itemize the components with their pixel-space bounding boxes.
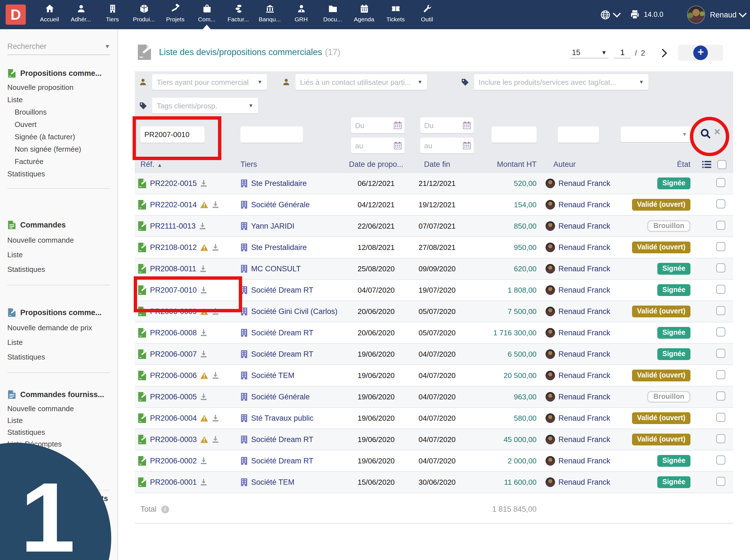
chevron-down-icon[interactable] [739, 9, 747, 17]
current-page-input[interactable] [614, 47, 631, 58]
proposal-ref-link[interactable]: PR2007-0010 [150, 286, 197, 294]
proposal-ref-link[interactable]: PR2111-0013 [150, 222, 196, 230]
sidebar-item-statistiques[interactable]: Statistiques [7, 350, 110, 364]
sidebar-item-facturee[interactable]: Facturée [7, 156, 110, 168]
sidebar-section-propositions-comme-3[interactable]: Propositions comme... [7, 308, 110, 317]
header-ref[interactable]: Réf.▲ [135, 160, 239, 168]
download-icon[interactable] [212, 372, 219, 379]
nav-item-accueil[interactable]: Accueil [34, 0, 65, 29]
proposal-ref-link[interactable]: PR2006-0009 [150, 307, 197, 316]
row-checkbox[interactable] [716, 413, 725, 422]
calendar-icon[interactable] [463, 142, 471, 149]
next-page-button[interactable] [658, 48, 667, 57]
sidebar-item-liste[interactable]: Liste [7, 248, 110, 262]
row-checkbox[interactable] [716, 306, 725, 315]
nav-item-com[interactable]: Com... [191, 0, 222, 29]
user-name[interactable]: Renaud [710, 11, 736, 19]
filter-select-tags-clients-prosp[interactable]: Tags clients/prosp.▼ [152, 98, 258, 114]
sidebar-item-liste[interactable]: Liste [7, 94, 110, 106]
proposal-ref-link[interactable]: PR2006-0003 [150, 435, 197, 444]
author-link[interactable]: Renaud Franck [558, 414, 610, 422]
author-link[interactable]: Renaud Franck [558, 286, 610, 294]
sidebar-item-nouvelle-commande[interactable]: Nouvelle commande [7, 403, 110, 415]
author-link[interactable]: Renaud Franck [558, 201, 610, 209]
row-checkbox[interactable] [716, 370, 725, 379]
header-date-end[interactable]: Date fin [406, 160, 469, 168]
thirdparty-link[interactable]: Société Générale [251, 393, 310, 401]
proposal-ref-link[interactable]: PR2108-0012 [150, 243, 197, 252]
sidebar-item-nouvelle-demande-de-prix[interactable]: Nouvelle demande de prix [7, 321, 110, 335]
search-button[interactable] [700, 128, 711, 142]
thirdparty-link[interactable]: Société Dream RT [251, 350, 314, 358]
author-link[interactable]: Renaud Franck [558, 393, 610, 401]
nav-item-produi[interactable]: Produi... [128, 0, 160, 29]
thirdparty-link[interactable]: Société TEM [251, 478, 294, 486]
row-checkbox[interactable] [716, 199, 725, 208]
thirdparty-link[interactable]: Société Dream RT [251, 457, 314, 465]
nav-item-adher[interactable]: Adhér... [65, 0, 97, 29]
sidebar-item-liste[interactable]: Liste [7, 335, 110, 350]
search-author-input[interactable] [558, 126, 599, 143]
thirdparty-link[interactable]: Sté Travaux public [251, 414, 314, 422]
author-link[interactable]: Renaud Franck [558, 243, 610, 252]
author-link[interactable]: Renaud Franck [558, 478, 610, 486]
clear-filters-icon[interactable]: × [714, 126, 720, 138]
row-checkbox[interactable] [716, 242, 725, 251]
row-checkbox[interactable] [716, 348, 725, 358]
download-icon[interactable] [212, 436, 219, 443]
nav-item-tiers[interactable]: Tiers [97, 0, 128, 29]
sidebar-item-nouvelle-commande[interactable]: Nouvelle commande [7, 233, 110, 248]
download-icon[interactable] [200, 180, 208, 187]
nav-item-grh[interactable]: GRH [285, 0, 317, 29]
download-icon[interactable] [212, 308, 219, 315]
header-author[interactable]: Auteur [536, 160, 621, 168]
row-checkbox[interactable] [716, 220, 725, 229]
calendar-icon[interactable] [394, 142, 402, 149]
proposal-ref-link[interactable]: PR2006-0001 [150, 478, 197, 486]
nav-item-banqu[interactable]: Banqu... [254, 0, 285, 29]
download-icon[interactable] [200, 457, 208, 464]
download-icon[interactable] [200, 479, 208, 486]
sidebar-item-statistiques[interactable]: Statistiques [7, 426, 110, 438]
search-thirdparty-input[interactable] [240, 126, 303, 143]
row-checkbox[interactable] [716, 284, 725, 294]
thirdparty-link[interactable]: Société Dream RT [251, 435, 314, 444]
nav-item-projets[interactable]: Projets [160, 0, 191, 29]
date-end-from-input[interactable]: Du [420, 117, 474, 133]
nav-item-docu[interactable]: Docu... [317, 0, 348, 29]
author-link[interactable]: Renaud Franck [558, 222, 610, 230]
sidebar-section-propositions-comme-1[interactable]: Propositions comme... [7, 68, 110, 78]
row-checkbox[interactable] [716, 391, 725, 400]
proposal-ref-link[interactable]: PR2008-0011 [150, 264, 196, 273]
date-end-to-input[interactable]: au [420, 138, 474, 153]
sidebar-item-statistiques[interactable]: Statistiques [7, 168, 110, 180]
version-info[interactable]: 14.0.0 [630, 9, 664, 20]
header-date-proposal[interactable]: Date de propo... [347, 160, 406, 168]
thirdparty-link[interactable]: Yann JARIDI [251, 222, 294, 230]
proposal-ref-link[interactable]: PR2006-0004 [150, 414, 197, 422]
thirdparty-link[interactable]: Société Dream RT [251, 328, 314, 337]
thirdparty-link[interactable]: Société Gini Civil (Carlos) [251, 307, 338, 316]
thirdparty-link[interactable]: Société Dream RT [251, 286, 314, 294]
proposal-ref-link[interactable]: PR2006-0002 [150, 457, 197, 465]
download-icon[interactable] [212, 244, 219, 251]
download-icon[interactable] [212, 201, 219, 208]
thirdparty-link[interactable]: Société Générale [251, 201, 310, 209]
language-selector[interactable] [600, 9, 620, 20]
header-thirdparty[interactable]: Tiers [239, 160, 347, 168]
row-checkbox[interactable] [716, 477, 725, 485]
author-link[interactable]: Renaud Franck [558, 179, 610, 187]
download-icon[interactable] [200, 265, 207, 273]
thirdparty-link[interactable]: Ste Prestalidaire [251, 243, 307, 252]
nav-item-factur[interactable]: Factur... [222, 0, 254, 29]
sidebar-item-non-signee-fermee[interactable]: Non signée (fermée) [7, 143, 110, 156]
search-ref-input[interactable] [140, 126, 204, 143]
download-icon[interactable] [200, 286, 208, 294]
sidebar-item-ouvert[interactable]: Ouvert [7, 119, 110, 131]
row-checkbox[interactable] [716, 263, 725, 272]
proposal-ref-link[interactable]: PR2006-0005 [150, 393, 197, 401]
sidebar-item-statistiques[interactable]: Statistiques [7, 262, 110, 277]
sidebar-section-commandes-2[interactable]: Commandes [7, 220, 110, 230]
create-new-button[interactable]: + [678, 45, 723, 61]
sidebar-item-signee-a-facturer[interactable]: Signée (à facturer) [7, 131, 110, 143]
